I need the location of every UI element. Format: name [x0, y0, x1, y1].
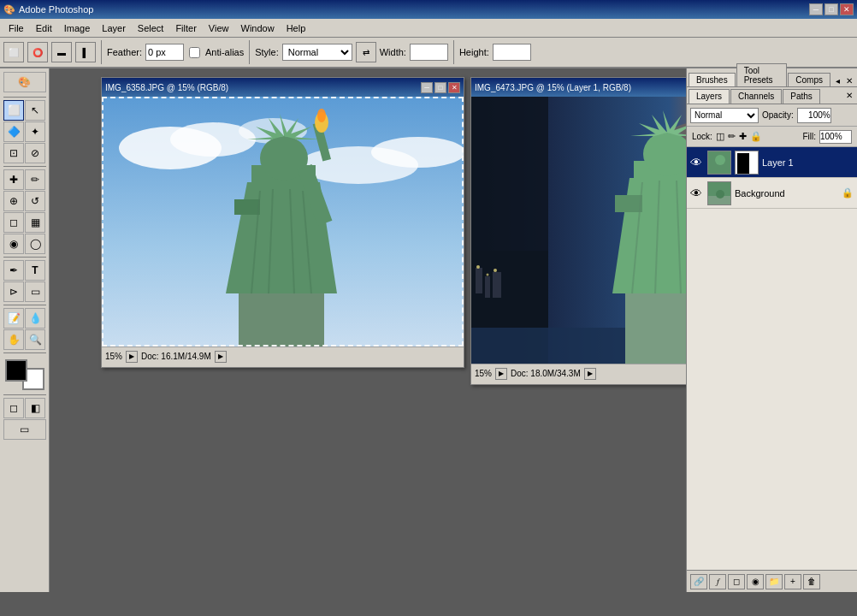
brush-panel-close[interactable]: ✕ [843, 74, 855, 86]
doc-info-1: Doc: 16.1M/14.9M [141, 352, 211, 361]
tab-brushes[interactable]: Brushes [689, 73, 736, 86]
menu-layer[interactable]: Layer [97, 21, 131, 35]
swap-wh-btn[interactable]: ⇄ [356, 42, 376, 62]
menu-edit[interactable]: Edit [31, 21, 57, 35]
doc-controls-1: ─ □ ✕ [421, 82, 460, 93]
style-select[interactable]: Normal Fixed Ratio Fixed Size [282, 44, 352, 61]
height-input[interactable] [493, 44, 531, 61]
tool-magic-wand[interactable]: ✦ [25, 121, 45, 142]
tool-dodge[interactable]: ◯ [25, 234, 45, 254]
layers-panel-close[interactable]: ✕ [843, 89, 855, 101]
layer-style-btn[interactable]: 𝑓 [709, 574, 726, 589]
height-label: Height: [459, 47, 489, 57]
toolbar-marquee-rect[interactable]: ⬜ [3, 42, 24, 62]
doc-status-btn-2[interactable]: ▶ [495, 368, 507, 380]
lock-move-icon[interactable]: ✚ [739, 131, 747, 142]
blend-mode-select[interactable]: Normal Multiply Screen [690, 108, 759, 123]
menu-file[interactable]: File [3, 21, 29, 35]
tool-heal[interactable]: ✚ [3, 169, 24, 190]
tool-lasso[interactable]: 🔷 [3, 121, 24, 142]
maximize-button[interactable]: □ [824, 3, 838, 15]
tool-move[interactable]: ↖ [25, 100, 45, 121]
tool-stamp[interactable]: ⊕ [3, 191, 24, 211]
tool-eyedrop-top[interactable]: 🎨 [3, 72, 46, 92]
tool-crop[interactable]: ⊡ [3, 143, 24, 163]
menu-window[interactable]: Window [236, 21, 280, 35]
toolbar-separator-3 [453, 40, 454, 64]
layer-name-1: Layer 1 [762, 157, 854, 168]
tool-hand[interactable]: ✋ [3, 329, 24, 350]
right-panels: Brushes Tool Presets Comps ◂ ✕ Layers Ch… [686, 68, 857, 592]
doc-nav-btn-1[interactable]: ▶ [215, 351, 227, 363]
tool-brush[interactable]: ✏ [25, 169, 45, 190]
tool-screen-mode[interactable]: ▭ [3, 419, 46, 440]
opacity-input[interactable] [797, 108, 831, 123]
doc-status-btn-1[interactable]: ▶ [126, 351, 138, 363]
tool-path-select[interactable]: ⊳ [3, 281, 24, 302]
anti-alias-checkbox[interactable] [189, 47, 200, 58]
panel-collapse-btn[interactable]: ◂ [831, 74, 843, 86]
tool-history-brush[interactable]: ↺ [25, 191, 45, 211]
tab-comps[interactable]: Comps [788, 73, 830, 86]
fill-input[interactable] [819, 130, 852, 144]
tool-gradient[interactable]: ▦ [25, 212, 45, 233]
tab-channels[interactable]: Channels [730, 89, 782, 104]
doc-titlebar-2[interactable]: IMG_6473.JPG @ 15% (Layer 1, RGB/8) ─ □ … [471, 78, 686, 97]
menu-bar: File Edit Image Layer Select Filter View… [0, 19, 857, 38]
menu-view[interactable]: View [204, 21, 234, 35]
doc-titlebar-1[interactable]: IMG_6358.JPG @ 15% (RGB/8) ─ □ ✕ [102, 78, 464, 97]
tab-layers[interactable]: Layers [689, 89, 730, 104]
tool-quick-mask[interactable]: ◧ [25, 398, 45, 418]
color-swatch [3, 359, 46, 392]
layer-name-bg: Background [735, 188, 838, 198]
width-input[interactable] [410, 44, 448, 61]
tool-notes[interactable]: 📝 [3, 308, 24, 329]
doc-maximize-1[interactable]: □ [434, 82, 446, 93]
tool-slice[interactable]: ⊘ [25, 143, 45, 163]
delete-layer-btn[interactable]: 🗑 [803, 574, 820, 589]
doc-close-1[interactable]: ✕ [448, 82, 460, 93]
lock-paint-icon[interactable]: ✏ [728, 131, 736, 142]
tab-paths[interactable]: Paths [783, 89, 820, 104]
add-mask-btn[interactable]: ◻ [728, 574, 745, 589]
tool-blur[interactable]: ◉ [3, 234, 24, 254]
menu-filter[interactable]: Filter [170, 21, 201, 35]
tool-row-10: 📝 💧 [3, 308, 45, 329]
layer-visibility-bg[interactable]: 👁 [690, 187, 704, 200]
link-layers-btn[interactable]: 🔗 [690, 574, 707, 589]
tool-pen[interactable]: ✒ [3, 260, 24, 281]
layers-list: 👁 Layer 1 [687, 147, 857, 570]
lock-all-icon[interactable]: 🔒 [750, 131, 762, 142]
canvas-area[interactable]: IMG_6358.JPG @ 15% (RGB/8) ─ □ ✕ [50, 68, 686, 592]
tool-shape[interactable]: ▭ [25, 281, 45, 302]
tool-type[interactable]: T [25, 260, 45, 281]
tab-tool-presets[interactable]: Tool Presets [736, 63, 788, 86]
layer-item-background[interactable]: 👁 Background 🔒 [687, 178, 857, 209]
menu-help[interactable]: Help [281, 21, 311, 35]
minimize-button[interactable]: ─ [809, 3, 823, 15]
foreground-color-swatch[interactable] [5, 359, 27, 382]
tool-zoom[interactable]: 🔍 [25, 329, 45, 350]
new-layer-btn[interactable]: + [784, 574, 801, 589]
layers-panel: Normal Multiply Screen Opacity: Lock: ◫ … [687, 104, 857, 592]
layer-visibility-1[interactable]: 👁 [690, 156, 704, 169]
new-group-btn[interactable]: 📁 [765, 574, 783, 589]
toolbar-marquee-single-row[interactable]: ▬ [51, 42, 72, 62]
close-button[interactable]: ✕ [840, 3, 854, 15]
tool-row-8: ✒ T [3, 260, 45, 281]
doc-minimize-1[interactable]: ─ [421, 82, 433, 93]
doc-nav-btn-2[interactable]: ▶ [584, 368, 596, 380]
feather-input[interactable] [145, 44, 184, 61]
lock-label: Lock: [692, 132, 712, 141]
new-fill-adj-btn[interactable]: ◉ [747, 574, 764, 589]
toolbar-marquee-single-col[interactable]: ▌ [75, 42, 96, 62]
layer-item-1[interactable]: 👁 Layer 1 [687, 147, 857, 178]
tool-eyedrop[interactable]: 💧 [25, 308, 45, 329]
menu-image[interactable]: Image [59, 21, 96, 35]
tool-marquee-rect[interactable]: ⬜ [3, 100, 24, 121]
lock-transparency-icon[interactable]: ◫ [716, 131, 724, 142]
menu-select[interactable]: Select [133, 21, 169, 35]
tool-eraser[interactable]: ◻ [3, 212, 24, 233]
tool-standard-mode[interactable]: ◻ [3, 398, 24, 418]
toolbar-marquee-ellipse[interactable]: ⭕ [27, 42, 48, 62]
